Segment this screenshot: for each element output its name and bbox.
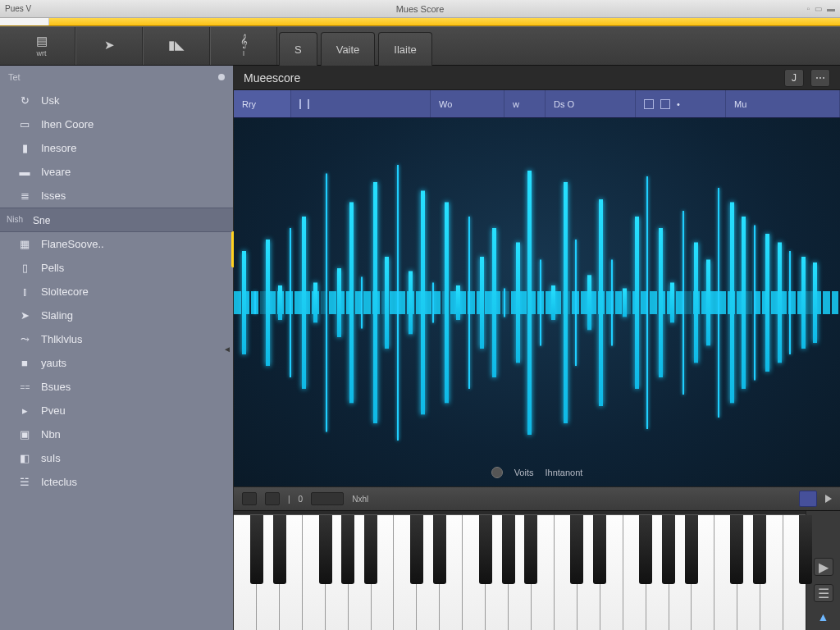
sidebar-status-dot <box>218 74 225 80</box>
main-head-more-button[interactable]: ⋯ <box>810 69 830 87</box>
black-key[interactable] <box>319 515 332 584</box>
send-icon: ➤ <box>18 310 31 322</box>
flag-icon: ▸ <box>18 405 31 417</box>
toolbar-note-button[interactable]: 𝄞 I <box>210 27 277 65</box>
win-close-icon[interactable]: ▬ <box>827 4 835 13</box>
win-max-icon[interactable]: ▭ <box>815 4 822 13</box>
tag-icon: ◧ <box>18 453 31 464</box>
play-arrow-icon: ➤ <box>104 39 115 52</box>
sidebar-item-inesore[interactable]: ▮Inesore <box>0 136 233 160</box>
sidebar-item-label: Slaling <box>41 309 73 322</box>
sidebar-item-label: Iveare <box>41 166 71 178</box>
ruler-cell-1[interactable] <box>291 90 431 117</box>
list-icon: ≣ <box>18 190 31 202</box>
sidebar-item-label: Isses <box>41 189 66 202</box>
piano-panel: ▶ ☰ ▲ <box>234 511 840 630</box>
sidebar-header: Tet <box>0 66 233 89</box>
menu-icon: ☰ <box>818 586 829 601</box>
footer-label-a: Voits <box>514 468 534 477</box>
black-key[interactable] <box>593 515 606 584</box>
sidebar-item-yauts[interactable]: ■yauts <box>0 351 233 375</box>
toolbar-new-button[interactable]: ▤ wrt <box>8 27 75 65</box>
sidebar-item-pells[interactable]: ▯Pells <box>0 256 233 280</box>
sidebar-item-slaling[interactable]: ➤Slaling <box>0 304 233 327</box>
transport-stop-button[interactable] <box>242 492 257 505</box>
black-key[interactable] <box>753 515 766 584</box>
sidebar-item-pveu[interactable]: ▸Pveu <box>0 399 233 422</box>
tab-vaite[interactable]: Vaite <box>321 32 376 66</box>
track-ruler[interactable]: Rry Wo w Ds O • Mu <box>234 90 840 118</box>
black-key[interactable] <box>639 515 652 584</box>
black-key[interactable] <box>273 515 286 584</box>
black-key[interactable] <box>662 515 675 584</box>
sidebar-item-label: Pells <box>41 262 64 274</box>
waveform-footer: Voits Ihntanont <box>234 467 840 478</box>
sidebar-item-flanesoove-[interactable]: ▦FlaneSoove.. <box>0 232 233 256</box>
panel-icon: ▭ <box>18 119 31 130</box>
titlebar-left-label: Pues V <box>5 4 31 13</box>
black-key[interactable] <box>433 515 446 584</box>
sidebar-group-label[interactable]: Nish Sne <box>0 208 233 232</box>
toolbar-play-button[interactable]: ➤ <box>75 27 143 65</box>
sidebar-item-usk[interactable]: ↻Usk <box>0 89 233 112</box>
main-title: Mueescore <box>244 71 300 84</box>
black-key[interactable] <box>502 515 515 584</box>
black-key[interactable] <box>250 515 263 584</box>
footer-knob[interactable] <box>491 467 503 478</box>
sidebar-item-label: Pveu <box>41 404 66 417</box>
sidebar-item-isses[interactable]: ≣Isses <box>0 184 233 208</box>
sidebar-item-label: suIs <box>41 452 61 464</box>
black-key[interactable] <box>524 515 537 584</box>
sidebar-item-icteclus[interactable]: ☱Icteclus <box>0 470 233 494</box>
tab-s[interactable]: S <box>279 32 317 66</box>
ruler-first-cell[interactable]: Rry <box>234 90 291 117</box>
piano-side-menu-button[interactable]: ☰ <box>814 584 833 602</box>
sidebar-item-label: Nbn <box>41 428 61 441</box>
footer-label-b: Ihntanont <box>545 468 582 477</box>
black-key[interactable] <box>479 515 492 584</box>
ruler-box-icon <box>644 99 654 109</box>
black-key[interactable] <box>410 515 423 584</box>
transport-label: Nxhl <box>352 495 368 504</box>
toolbar-open-button[interactable]: ▮◣ <box>143 27 210 65</box>
sidebar-item-suis[interactable]: ◧suIs <box>0 446 233 470</box>
ruler-cell-2[interactable]: Wo <box>431 90 504 117</box>
transport-display[interactable] <box>311 492 344 505</box>
main-head-button[interactable]: J <box>784 69 804 87</box>
ruler-box2-icon <box>660 99 670 109</box>
black-key[interactable] <box>364 515 377 584</box>
piano-side-play-button[interactable]: ▶ <box>814 558 833 576</box>
ruler-cell-6[interactable]: Mu <box>726 90 840 117</box>
black-key[interactable] <box>341 515 354 584</box>
tab-ilaite[interactable]: Ilaite <box>378 32 431 66</box>
sidebar-item-thlklvlus[interactable]: ⤳Thlklvlus <box>0 327 233 351</box>
sidebar-item-label: Bsues <box>41 381 71 393</box>
toolbar-new-label: wrt <box>37 49 47 57</box>
waveform-view[interactable]: Voits Ihntanont <box>234 118 840 486</box>
transport-play-icon[interactable] <box>825 495 832 503</box>
black-key[interactable] <box>570 515 583 584</box>
transport-rec-button[interactable] <box>265 492 280 505</box>
sidebar-item-ihen-coore[interactable]: ▭Ihen Coore <box>0 112 233 136</box>
sidebar-item-label: Inesore <box>41 142 76 154</box>
sidebar-item-label: Usk <box>41 94 59 107</box>
folder-icon: ▬ <box>18 167 31 178</box>
refresh-icon: ↻ <box>18 95 31 107</box>
sidebar-collapse-chevron-icon[interactable]: ◄ <box>223 345 231 354</box>
sidebar-item-sloltecore[interactable]: ⫿Sloltecore <box>0 280 233 304</box>
transport-right-button[interactable] <box>799 491 817 507</box>
titlebar-right: ▫ ▭ ▬ <box>806 4 835 13</box>
sidebar-item-bsues[interactable]: ⩵Bsues <box>0 375 233 399</box>
equals-icon: ⩵ <box>18 381 31 393</box>
ruler-cell-4[interactable]: Ds O <box>546 90 636 117</box>
piano-keyboard[interactable] <box>234 514 806 630</box>
ruler-cell-5[interactable]: • <box>636 90 726 117</box>
black-key[interactable] <box>799 515 812 584</box>
ruler-cell-3[interactable]: w <box>504 90 546 117</box>
sidebar-group-text: Sne <box>33 215 50 226</box>
sidebar-item-iveare[interactable]: ▬Iveare <box>0 160 233 184</box>
sidebar-item-nbn[interactable]: ▣Nbn <box>0 422 233 446</box>
black-key[interactable] <box>685 515 698 584</box>
win-min-icon[interactable]: ▫ <box>806 4 810 13</box>
black-key[interactable] <box>730 515 743 584</box>
